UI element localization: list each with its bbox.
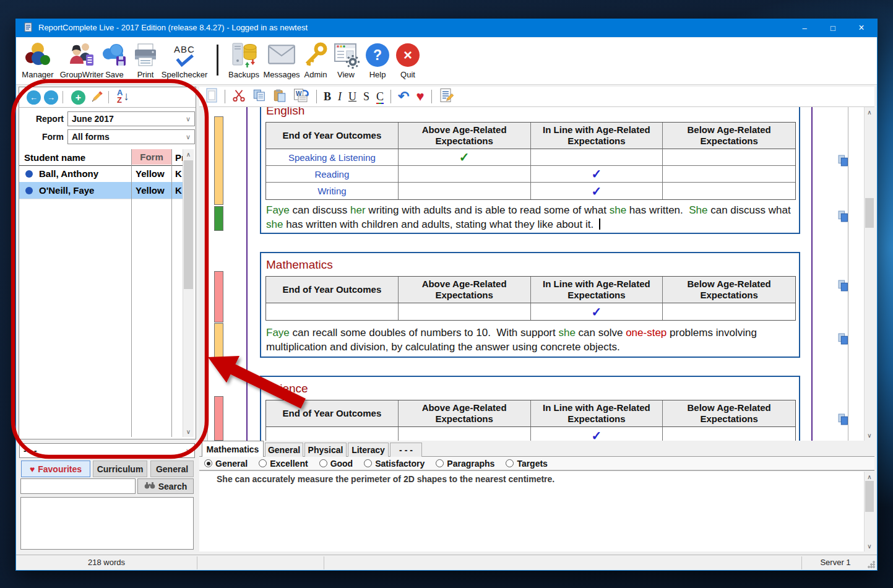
copy-block-icon[interactable] bbox=[838, 333, 848, 345]
report-dropdown[interactable]: June 2017∨ bbox=[67, 111, 195, 126]
copy-icon[interactable] bbox=[252, 89, 266, 105]
compose-icon[interactable] bbox=[439, 88, 454, 105]
toolbar-backups-button[interactable]: Backups bbox=[226, 41, 261, 82]
scroll-up-icon[interactable]: ∧ bbox=[865, 107, 874, 118]
sort-az-icon[interactable]: AZ ↓ bbox=[117, 89, 129, 104]
margin-bar-pink[interactable] bbox=[214, 271, 223, 322]
minimize-button[interactable]: – bbox=[790, 19, 819, 37]
italic-button[interactable]: I bbox=[338, 91, 342, 102]
add-button[interactable]: + bbox=[71, 90, 85, 105]
outcome-cell-below[interactable] bbox=[663, 303, 795, 320]
outcome-cell-below[interactable] bbox=[663, 149, 795, 166]
outcome-cell-above[interactable] bbox=[399, 166, 531, 183]
outcome-cell-inline[interactable]: ✓ bbox=[531, 183, 663, 199]
tab-more[interactable]: - - - bbox=[390, 443, 422, 457]
outcome-cell-inline[interactable]: ✓ bbox=[531, 166, 663, 183]
section-paragraph[interactable]: Faye can discuss her writing with adults… bbox=[266, 203, 796, 231]
radio-good[interactable]: Good bbox=[319, 459, 353, 469]
column-form[interactable]: Form bbox=[131, 149, 172, 165]
copy-block-icon[interactable] bbox=[838, 155, 848, 166]
radio-paragraphs[interactable]: Paragraphs bbox=[436, 459, 494, 469]
toolbar-help-button[interactable]: ? Help bbox=[364, 41, 391, 82]
margin-bar-pink[interactable] bbox=[214, 396, 223, 441]
form-dropdown[interactable]: All forms∨ bbox=[67, 129, 195, 144]
toolbar-print-button[interactable]: Print bbox=[131, 41, 160, 82]
outcome-label[interactable] bbox=[266, 427, 399, 441]
section-paragraph[interactable]: Faye can recall some doubles of numbers … bbox=[266, 326, 796, 354]
cut-icon[interactable] bbox=[232, 89, 246, 105]
copy-block-icon[interactable] bbox=[838, 280, 848, 292]
tab-curriculum[interactable]: Curriculum bbox=[93, 460, 147, 477]
outcome-label[interactable]: Reading bbox=[266, 166, 399, 183]
paste-word-icon[interactable]: W bbox=[293, 88, 309, 105]
copy-block-icon[interactable] bbox=[838, 413, 848, 425]
outcome-label[interactable]: Writing bbox=[266, 183, 399, 199]
tab-general[interactable]: General bbox=[150, 460, 194, 477]
outcome-cell-below[interactable] bbox=[663, 166, 795, 183]
scroll-up-icon[interactable]: ∧ bbox=[183, 149, 194, 160]
toolbar-save-button[interactable]: Save bbox=[99, 41, 130, 82]
outcome-cell-inline[interactable]: ✓ bbox=[531, 303, 663, 320]
close-button[interactable]: × bbox=[847, 19, 876, 37]
outcome-cell-inline[interactable]: ✓ bbox=[531, 427, 663, 441]
tab-mathematics[interactable]: Mathematics bbox=[202, 441, 264, 457]
toolbar-manager-button[interactable]: Manager bbox=[19, 41, 57, 82]
tab-physical[interactable]: Physical bbox=[304, 443, 347, 457]
underline-button[interactable]: U bbox=[348, 91, 356, 102]
strike-button[interactable]: S bbox=[363, 91, 369, 102]
outcome-label[interactable] bbox=[266, 303, 399, 320]
student-list-header[interactable]: Student name Form Pr bbox=[19, 149, 183, 166]
statement-list[interactable]: She can accurately measure the perimeter… bbox=[199, 470, 874, 551]
student-row[interactable]: Ball, Anthony Yellow K bbox=[19, 165, 183, 183]
column-student-name[interactable]: Student name bbox=[24, 152, 85, 163]
document-view[interactable]: EnglishEnd of Year OutcomesAbove Age-Rel… bbox=[199, 107, 864, 441]
forward-button[interactable]: → bbox=[44, 90, 58, 105]
edit-pencil-icon[interactable] bbox=[89, 90, 104, 107]
margin-bar-yellow[interactable] bbox=[214, 323, 223, 358]
outcome-cell-above[interactable] bbox=[399, 303, 531, 320]
paste-icon[interactable] bbox=[273, 89, 287, 105]
back-button[interactable]: ← bbox=[27, 90, 41, 105]
tab-favourites[interactable]: ♥ Favourites bbox=[21, 460, 90, 477]
favourite-heart-icon[interactable]: ♥ bbox=[416, 90, 424, 103]
colour-button[interactable]: C bbox=[376, 91, 384, 102]
outcome-cell-below[interactable] bbox=[663, 427, 795, 441]
scrollbar-thumb[interactable] bbox=[865, 481, 874, 512]
student-list-scrollbar[interactable]: ∧ ∨ bbox=[183, 149, 194, 437]
statement-scrollbar[interactable]: ∧ ∨ bbox=[864, 472, 874, 551]
toolbar-messages-button[interactable]: Messages bbox=[262, 41, 301, 82]
toolbar-admin-button[interactable]: Admin bbox=[301, 41, 330, 82]
maximize-button[interactable]: □ bbox=[819, 19, 847, 37]
undo-icon[interactable]: ↶ bbox=[398, 90, 409, 103]
resize-grip[interactable] bbox=[868, 561, 875, 568]
scrollbar-thumb[interactable] bbox=[184, 160, 193, 289]
category-dropdown[interactable]: - - -∨ bbox=[19, 443, 195, 458]
radio-excellent[interactable]: Excellent bbox=[259, 459, 308, 469]
page-layout-icon[interactable] bbox=[205, 88, 218, 105]
search-input[interactable] bbox=[20, 478, 136, 494]
toolbar-spellchecker-button[interactable]: ABC Spellchecker bbox=[160, 41, 209, 82]
student-row[interactable]: O'Neill, Faye Yellow K bbox=[19, 182, 183, 199]
radio-satisfactory[interactable]: Satisfactory bbox=[364, 459, 425, 469]
search-button[interactable]: Search bbox=[137, 478, 194, 494]
margin-bar-green[interactable] bbox=[214, 206, 223, 231]
scroll-down-icon[interactable]: ∨ bbox=[865, 541, 874, 551]
document-scrollbar[interactable]: ∧ ∨ bbox=[864, 107, 874, 441]
radio-general[interactable]: General bbox=[204, 459, 248, 469]
toolbar-view-button[interactable]: View bbox=[332, 41, 360, 82]
tab-literacy[interactable]: Literacy bbox=[348, 443, 389, 457]
outcome-cell-above[interactable]: ✓ bbox=[399, 149, 531, 166]
tab-general[interactable]: General bbox=[265, 443, 303, 457]
outcome-cell-below[interactable] bbox=[663, 183, 795, 199]
margin-bar-yellow[interactable] bbox=[214, 116, 223, 205]
toolbar-quit-button[interactable]: × Quit bbox=[394, 41, 421, 82]
outcome-cell-above[interactable] bbox=[399, 183, 531, 199]
radio-targets[interactable]: Targets bbox=[506, 459, 548, 469]
copy-block-icon[interactable] bbox=[838, 210, 848, 222]
scroll-down-icon[interactable]: ∨ bbox=[865, 430, 874, 441]
outcome-cell-above[interactable] bbox=[399, 427, 531, 441]
scrollbar-thumb[interactable] bbox=[865, 198, 874, 228]
phrase-listbox[interactable] bbox=[20, 497, 194, 550]
bold-button[interactable]: B bbox=[324, 91, 331, 102]
outcome-label[interactable]: Speaking & Listening bbox=[266, 149, 399, 166]
